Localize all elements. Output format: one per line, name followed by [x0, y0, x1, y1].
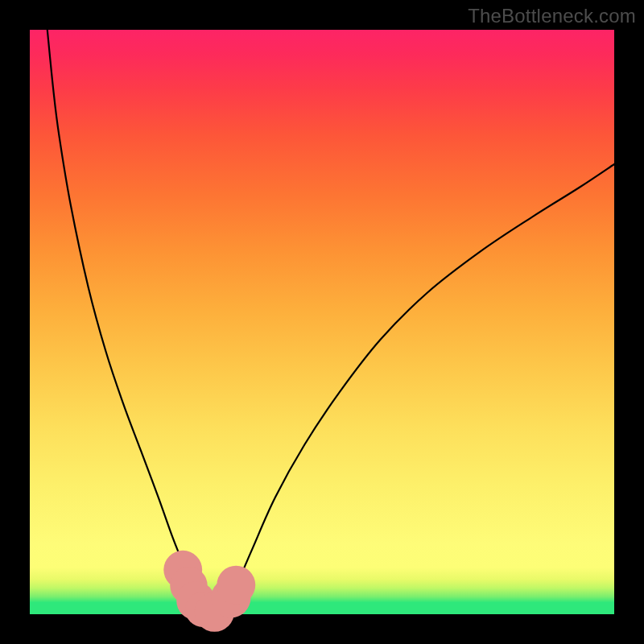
right-curve [225, 164, 614, 611]
watermark-text: TheBottleneck.com [468, 5, 636, 27]
left-curve [47, 30, 204, 611]
m7 [217, 566, 255, 605]
chart-frame: TheBottleneck.com [0, 0, 644, 644]
chart-svg [30, 30, 614, 614]
plot-area [30, 30, 614, 614]
markers-group [163, 551, 255, 632]
